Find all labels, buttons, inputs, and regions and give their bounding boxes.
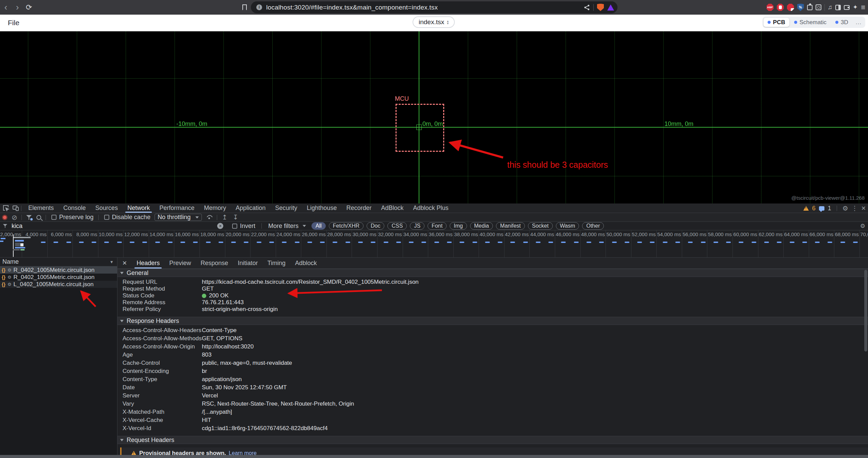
- more-filters-button[interactable]: More filters: [268, 223, 306, 230]
- scrollbar-thumb[interactable]: [864, 270, 867, 351]
- view-tab-pcb[interactable]: PCB: [763, 18, 789, 27]
- pcb-canvas[interactable]: -10mm, 0m 0m, 0m 10mm, 0m MCU @tscircuit…: [0, 31, 868, 203]
- devtools-tab-memory[interactable]: Memory: [199, 203, 231, 213]
- extensions-puzzle-icon[interactable]: [807, 5, 813, 10]
- preserve-log-label[interactable]: Preserve log: [59, 214, 94, 221]
- filter-chip-socket[interactable]: Socket: [528, 222, 553, 230]
- site-info-icon[interactable]: i: [256, 4, 262, 10]
- invert-label[interactable]: Invert: [240, 223, 255, 230]
- preserve-log-checkbox[interactable]: [51, 215, 57, 220]
- devtools-tab-adblock-plus[interactable]: Adblock Plus: [408, 203, 453, 213]
- file-menu[interactable]: File: [8, 19, 19, 27]
- menu-icon[interactable]: ≡: [861, 0, 865, 15]
- devtools-tab-console[interactable]: Console: [59, 203, 91, 213]
- filter-chip-doc[interactable]: Doc: [367, 222, 384, 230]
- filter-input[interactable]: kica: [12, 223, 22, 230]
- devtools-tab-elements[interactable]: Elements: [23, 203, 59, 213]
- filter-chip-font[interactable]: Font: [428, 222, 447, 230]
- filter-chip-other[interactable]: Other: [582, 222, 604, 230]
- filter-chip-css[interactable]: CSS: [387, 222, 407, 230]
- request-row[interactable]: {}⚙R_0402_1005Metric.circuit.json: [0, 266, 117, 274]
- adblock-hand-icon[interactable]: [777, 4, 784, 11]
- details-tab-preview[interactable]: Preview: [164, 258, 196, 268]
- disable-cache-checkbox[interactable]: [104, 215, 109, 220]
- kebab-menu-icon[interactable]: ⋮: [852, 205, 858, 212]
- details-tab-adblock[interactable]: Adblock: [290, 258, 322, 268]
- network-conditions-icon[interactable]: [206, 215, 213, 220]
- forward-icon[interactable]: ›: [12, 0, 23, 15]
- search-icon[interactable]: [36, 215, 41, 220]
- network-settings-gear-icon[interactable]: ⚙: [860, 223, 865, 230]
- details-tab-response[interactable]: Response: [196, 258, 233, 268]
- brave-rewards-icon[interactable]: [607, 4, 614, 11]
- learn-more-link[interactable]: Learn more: [229, 450, 257, 455]
- details-tab-timing[interactable]: Timing: [262, 258, 290, 268]
- address-bar[interactable]: i localhost:3020/#file=index.tsx&main_co…: [251, 1, 617, 13]
- details-tab-initiator[interactable]: Initiator: [233, 258, 262, 268]
- media-icon[interactable]: ♫: [828, 0, 833, 15]
- clear-filter-icon[interactable]: ✕: [217, 223, 223, 229]
- devtools-tab-lighthouse[interactable]: Lighthouse: [302, 203, 341, 213]
- request-row[interactable]: {}⚙L_0402_1005Metric.circuit.json: [0, 281, 117, 288]
- bookmark-icon[interactable]: [242, 4, 247, 10]
- request-row[interactable]: {}⚙R_0402_1005Metric.circuit.json: [0, 274, 117, 281]
- throttling-select[interactable]: No throttling: [155, 214, 202, 221]
- import-har-icon[interactable]: ↥: [222, 213, 227, 221]
- brave-shield-icon[interactable]: [597, 4, 604, 11]
- sidebar-toggle-icon[interactable]: [835, 5, 841, 10]
- leo-ai-icon[interactable]: ✦: [853, 0, 858, 15]
- view-tab-schematic[interactable]: Schematic: [790, 18, 831, 27]
- page-search-icon[interactable]: [816, 4, 821, 10]
- filter-chip-wasm[interactable]: Wasm: [556, 222, 579, 230]
- filter-icon[interactable]: [26, 215, 32, 220]
- devtools-tab-sources[interactable]: Sources: [91, 203, 123, 213]
- network-overview-timeline[interactable]: 2,000 ms4,000 ms6,000 ms8,000 ms10,000 m…: [0, 230, 868, 258]
- more-views-button[interactable]: ...: [853, 19, 864, 26]
- inspect-element-icon[interactable]: [3, 205, 9, 211]
- filter-chip-fetch-xhr[interactable]: Fetch/XHR: [329, 222, 364, 230]
- adblock-plus-icon[interactable]: ABP: [767, 4, 774, 11]
- reload-icon[interactable]: ⟳: [23, 0, 35, 15]
- message-count[interactable]: 1: [828, 205, 831, 212]
- privacy-shield-icon[interactable]: %: [797, 4, 804, 11]
- back-icon[interactable]: ‹: [0, 0, 12, 15]
- device-toolbar-icon[interactable]: [13, 205, 19, 211]
- timeline-divider: [174, 230, 174, 258]
- filter-chip-img[interactable]: Img: [450, 222, 467, 230]
- share-icon[interactable]: [584, 4, 590, 11]
- devtools-tab-security[interactable]: Security: [270, 203, 302, 213]
- clear-icon[interactable]: ⊘: [12, 213, 17, 222]
- warning-icon[interactable]: [803, 206, 809, 211]
- response-headers-section-header[interactable]: Response Headers: [117, 317, 868, 325]
- general-section-header[interactable]: General: [117, 269, 868, 277]
- message-icon[interactable]: [819, 206, 824, 211]
- mcu-component-outline[interactable]: [396, 104, 444, 152]
- file-selector[interactable]: index.tsx ▴▾: [413, 16, 455, 28]
- close-details-icon[interactable]: ✕: [117, 260, 132, 267]
- blocker-badge-icon[interactable]: [787, 4, 794, 11]
- wallet-icon[interactable]: [844, 5, 850, 10]
- column-dropdown-icon[interactable]: ▼: [110, 260, 114, 264]
- view-tab-3d[interactable]: 3D: [831, 18, 852, 27]
- disable-cache-label[interactable]: Disable cache: [112, 214, 150, 221]
- record-icon[interactable]: [2, 215, 7, 220]
- filter-chip-media[interactable]: Media: [470, 222, 493, 230]
- devtools-tab-performance[interactable]: Performance: [155, 203, 199, 213]
- devtools-tab-adblock[interactable]: AdBlock: [376, 203, 408, 213]
- filter-chip-all[interactable]: All: [311, 222, 326, 230]
- settings-gear-icon[interactable]: ⚙: [842, 205, 848, 212]
- filter-chip-manifest[interactable]: Manifest: [496, 222, 525, 230]
- devtools-close-icon[interactable]: ✕: [861, 205, 866, 212]
- devtools-tab-network[interactable]: Network: [123, 203, 155, 213]
- invert-checkbox[interactable]: [232, 224, 237, 229]
- filter-chip-js[interactable]: JS: [410, 222, 424, 230]
- devtools-tab-recorder[interactable]: Recorder: [341, 203, 376, 213]
- timeline-tick-label: 52,000 ms: [632, 231, 656, 237]
- details-tab-headers[interactable]: Headers: [132, 258, 164, 268]
- warning-count[interactable]: 6: [812, 205, 816, 212]
- name-column-header[interactable]: Name ▼: [0, 258, 117, 266]
- devtools-tab-application[interactable]: Application: [231, 203, 270, 213]
- request-headers-section-header[interactable]: Request Headers: [117, 436, 868, 444]
- export-har-icon[interactable]: ↧: [233, 213, 238, 221]
- url-text[interactable]: localhost:3020/#file=index.tsx&main_comp…: [266, 4, 438, 11]
